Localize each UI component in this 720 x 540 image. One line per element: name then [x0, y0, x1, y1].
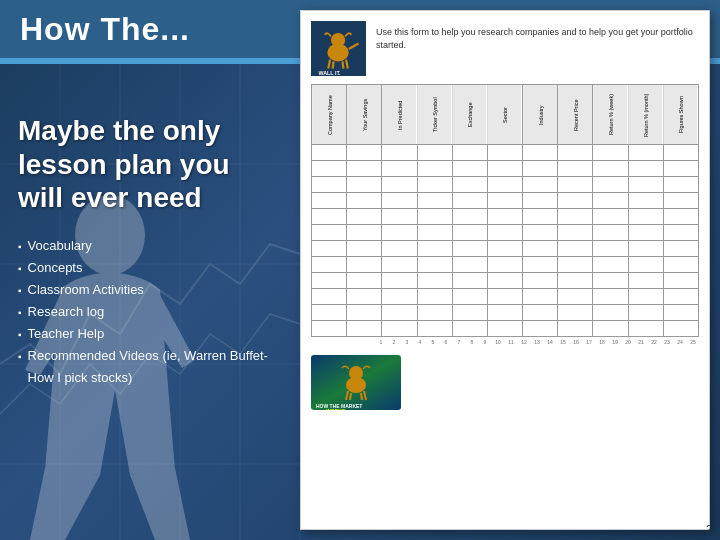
- table-cell: [382, 289, 417, 305]
- table-cell: [487, 177, 522, 193]
- table-cell: [347, 305, 382, 321]
- table-cell: [417, 273, 452, 289]
- table-cell: [417, 257, 452, 273]
- table-cell: [628, 161, 663, 177]
- bullet-list: VocabularyConceptsClassroom ActivitiesRe…: [18, 235, 282, 390]
- table-cell: [628, 209, 663, 225]
- row-number: 22: [648, 339, 660, 345]
- table-cell: [523, 177, 558, 193]
- col-recent-price: Recent Price: [558, 85, 593, 145]
- table-cell: [382, 193, 417, 209]
- bullet-item: Vocabulary: [18, 235, 282, 257]
- table-cell: [417, 305, 452, 321]
- table-cell: [417, 225, 452, 241]
- row-number: 20: [622, 339, 634, 345]
- table-cell: [593, 193, 628, 209]
- bullet-item: Recommended Videos (ie, Warren Buffet-Ho…: [18, 345, 282, 389]
- col-ticker: Ticker Symbol: [417, 85, 452, 145]
- table-cell: [523, 305, 558, 321]
- row-number: 14: [544, 339, 556, 345]
- table-cell: [593, 257, 628, 273]
- table-cell: [663, 193, 698, 209]
- table-cell: [312, 289, 347, 305]
- table-cell: [523, 289, 558, 305]
- page-number: 2: [706, 523, 712, 535]
- table-cell: [523, 273, 558, 289]
- table-cell: [558, 161, 593, 177]
- table-row: [312, 305, 699, 321]
- header-title: How The...: [20, 11, 190, 48]
- table-cell: [628, 321, 663, 337]
- table-row: [312, 321, 699, 337]
- svg-line-23: [361, 393, 362, 400]
- svg-point-12: [327, 44, 348, 62]
- row-number: 21: [635, 339, 647, 345]
- table-cell: [452, 241, 487, 257]
- table-row: [312, 161, 699, 177]
- table-cell: [628, 145, 663, 161]
- svg-line-14: [333, 61, 334, 68]
- table-row: [312, 257, 699, 273]
- table-cell: [347, 161, 382, 177]
- table-cell: [452, 257, 487, 273]
- table-cell: [487, 193, 522, 209]
- row-number: 12: [518, 339, 530, 345]
- col-sector: Sector: [487, 85, 522, 145]
- table-cell: [663, 225, 698, 241]
- row-number: 15: [557, 339, 569, 345]
- table-cell: [593, 161, 628, 177]
- table-cell: [487, 145, 522, 161]
- svg-text:WORKS.com: WORKS.com: [326, 408, 357, 410]
- table-cell: [417, 321, 452, 337]
- table-cell: [417, 145, 452, 161]
- table-cell: [312, 193, 347, 209]
- table-row: [312, 145, 699, 161]
- table-cell: [523, 257, 558, 273]
- row-number: 13: [531, 339, 543, 345]
- table-cell: [487, 241, 522, 257]
- table-cell: [347, 241, 382, 257]
- table-cell: [523, 193, 558, 209]
- doc-instruction: Use this form to help you research compa…: [376, 21, 699, 51]
- svg-line-22: [350, 393, 351, 400]
- table-cell: [523, 241, 558, 257]
- col-company-name: Company Name: [312, 85, 347, 145]
- table-cell: [628, 177, 663, 193]
- table-cell: [382, 257, 417, 273]
- row-number: 5: [427, 339, 439, 345]
- table-cell: [347, 289, 382, 305]
- table-cell: [558, 193, 593, 209]
- table-cell: [487, 209, 522, 225]
- table-cell: [452, 161, 487, 177]
- col-exchange: Exchange: [452, 85, 487, 145]
- table-row: [312, 289, 699, 305]
- bullet-item: Research log: [18, 301, 282, 323]
- table-cell: [628, 289, 663, 305]
- row-number: 18: [596, 339, 608, 345]
- table-cell: [452, 289, 487, 305]
- table-cell: [452, 273, 487, 289]
- table-cell: [593, 289, 628, 305]
- table-row: [312, 225, 699, 241]
- table-cell: [593, 209, 628, 225]
- table-cell: [312, 273, 347, 289]
- table-cell: [452, 305, 487, 321]
- row-number: 16: [570, 339, 582, 345]
- table-cell: [487, 273, 522, 289]
- table-cell: [558, 145, 593, 161]
- table-cell: [347, 193, 382, 209]
- table-cell: [593, 241, 628, 257]
- table-cell: [558, 225, 593, 241]
- svg-point-20: [346, 377, 366, 393]
- table-cell: [452, 193, 487, 209]
- table-cell: [628, 257, 663, 273]
- table-cell: [663, 257, 698, 273]
- wall-st-logo: WALL IT.: [311, 21, 366, 76]
- row-number: 9: [479, 339, 491, 345]
- row-number: 19: [609, 339, 621, 345]
- table-cell: [417, 241, 452, 257]
- table-cell: [417, 289, 452, 305]
- table-cell: [593, 305, 628, 321]
- table-cell: [347, 225, 382, 241]
- col-return-week: Return % (week): [593, 85, 628, 145]
